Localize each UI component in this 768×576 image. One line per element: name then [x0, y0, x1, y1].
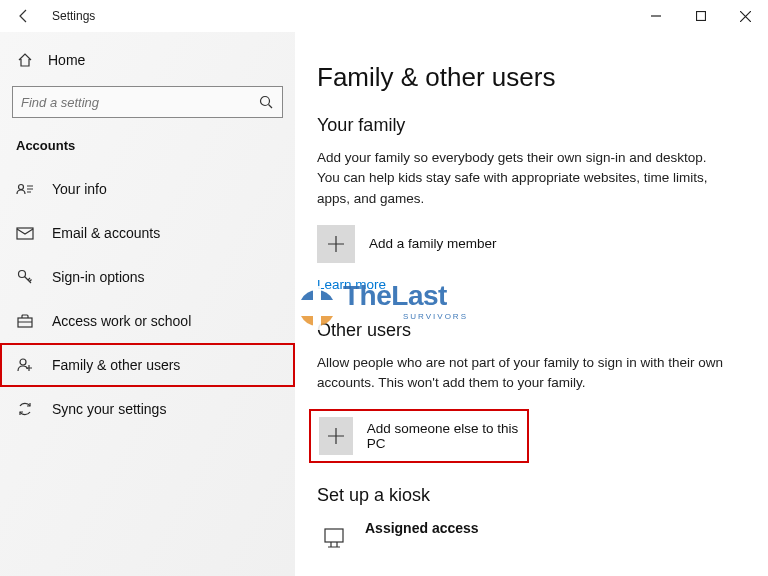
back-button[interactable] — [12, 4, 36, 28]
svg-point-1 — [261, 97, 270, 106]
svg-rect-7 — [295, 304, 339, 312]
briefcase-icon — [16, 312, 34, 330]
assigned-access-label: Assigned access — [365, 520, 479, 536]
person-card-icon — [16, 180, 34, 198]
plus-icon — [319, 417, 353, 455]
content-area: Family & other users Your family Add you… — [295, 32, 768, 576]
kiosk-icon — [317, 522, 351, 556]
sidebar-item-label: Sync your settings — [52, 401, 166, 417]
people-add-icon — [16, 356, 34, 374]
page-title: Family & other users — [317, 62, 744, 93]
add-someone-else-label: Add someone else to this PC — [367, 421, 521, 451]
sidebar-item-signin-options[interactable]: Sign-in options — [0, 255, 295, 299]
svg-point-6 — [20, 359, 26, 365]
close-button[interactable] — [723, 1, 768, 31]
search-field[interactable] — [12, 86, 283, 118]
sidebar-item-label: Family & other users — [52, 357, 180, 373]
search-input[interactable] — [21, 95, 258, 110]
sidebar-item-label: Your info — [52, 181, 107, 197]
sidebar-category: Accounts — [16, 138, 295, 153]
mail-icon — [16, 224, 34, 242]
minimize-button[interactable] — [633, 1, 678, 31]
sidebar-item-label: Access work or school — [52, 313, 191, 329]
other-users-title: Other users — [317, 320, 744, 341]
maximize-button[interactable] — [678, 1, 723, 31]
your-family-text: Add your family so everybody gets their … — [317, 148, 727, 209]
svg-rect-0 — [696, 12, 705, 21]
learn-more-link[interactable]: Learn more — [317, 277, 386, 292]
kiosk-title: Set up a kiosk — [317, 485, 744, 506]
your-family-title: Your family — [317, 115, 744, 136]
sidebar-item-access-work-school[interactable]: Access work or school — [0, 299, 295, 343]
sidebar-item-family-other-users[interactable]: Family & other users — [0, 343, 295, 387]
sidebar-item-your-info[interactable]: Your info — [0, 167, 295, 211]
other-users-text: Allow people who are not part of your fa… — [317, 353, 727, 394]
assigned-access-row[interactable]: Assigned access — [317, 520, 744, 556]
key-icon — [16, 268, 34, 286]
add-someone-else-button[interactable]: Add someone else to this PC — [309, 409, 529, 463]
sidebar-item-label: Sign-in options — [52, 269, 145, 285]
sidebar: Home Accounts Your info Email & accounts… — [0, 32, 295, 576]
svg-rect-9 — [325, 529, 343, 542]
add-family-member-button[interactable]: Add a family member — [317, 225, 744, 263]
svg-point-4 — [19, 271, 26, 278]
sidebar-item-label: Email & accounts — [52, 225, 160, 241]
sidebar-item-email-accounts[interactable]: Email & accounts — [0, 211, 295, 255]
sync-icon — [16, 400, 34, 418]
plus-icon — [317, 225, 355, 263]
add-family-member-label: Add a family member — [369, 236, 497, 251]
search-icon — [258, 94, 274, 110]
sidebar-home-label: Home — [48, 52, 85, 68]
sidebar-item-sync-settings[interactable]: Sync your settings — [0, 387, 295, 431]
window-title: Settings — [52, 9, 95, 23]
sidebar-home[interactable]: Home — [0, 40, 295, 80]
svg-point-2 — [19, 185, 24, 190]
home-icon — [16, 51, 34, 69]
